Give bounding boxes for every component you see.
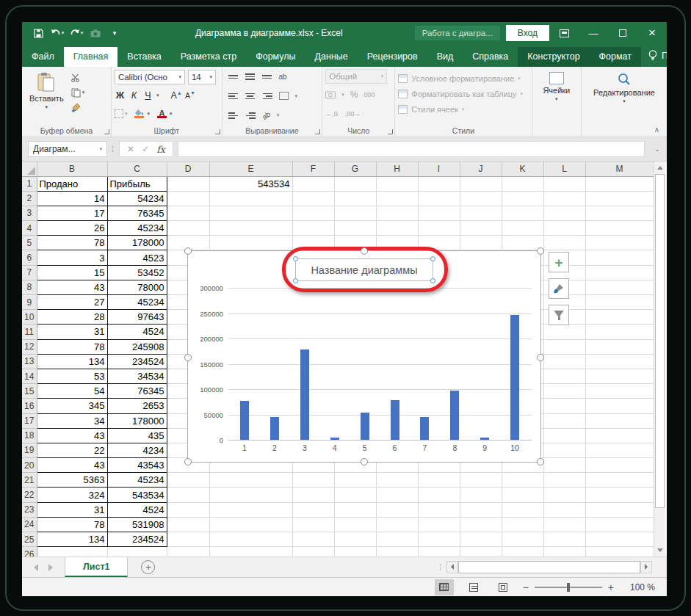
grid-cell-D3[interactable] (167, 206, 209, 220)
grid-cell-F25[interactable] (292, 532, 334, 547)
grid-cell-J2[interactable] (460, 191, 502, 206)
bar-7[interactable] (420, 417, 429, 440)
row-header-19[interactable]: 19 (22, 443, 37, 457)
grid-cell-B26[interactable] (37, 547, 107, 557)
name-box[interactable]: Диаграм... ▾ (28, 141, 107, 157)
grid-cell-M7[interactable] (585, 265, 654, 280)
orientation-button[interactable]: ab (279, 73, 287, 81)
insert-function-icon[interactable]: fx (156, 144, 165, 155)
grid-cell-I5[interactable] (418, 236, 460, 250)
tab-Вставка[interactable]: Вставка (117, 47, 170, 67)
grid-cell-C23[interactable]: 4524 (107, 502, 167, 517)
horizontal-scroll-thumb[interactable] (458, 561, 640, 573)
grid-cell-K24[interactable] (502, 517, 543, 532)
grid-cell-M2[interactable] (585, 191, 654, 206)
grid-cell-C16[interactable]: 2653 (107, 399, 167, 413)
chart-handle-br[interactable] (537, 458, 544, 465)
align-center-button[interactable] (245, 93, 256, 100)
grid-cell-B25[interactable]: 134 (37, 532, 107, 547)
grid-cell-H2[interactable] (376, 191, 418, 206)
normal-view-button[interactable] (435, 579, 454, 595)
grid-cell-G5[interactable] (334, 236, 376, 250)
grid-cell-C13[interactable]: 234524 (107, 354, 167, 369)
row-header-5[interactable]: 5 (22, 236, 37, 250)
grid-cell-B13[interactable]: 134 (37, 354, 107, 369)
grid-cell-K2[interactable] (502, 191, 543, 206)
grid-cell-D22[interactable] (167, 488, 209, 502)
grid-cell-J4[interactable] (460, 221, 502, 236)
column-header-J[interactable]: J (460, 162, 502, 176)
bar-8[interactable] (450, 391, 459, 440)
column-header-E[interactable]: E (209, 162, 292, 176)
chart-styles-button[interactable] (549, 278, 569, 299)
scroll-up-icon[interactable] (655, 162, 665, 173)
grid-cell-M16[interactable] (585, 399, 654, 413)
row-header-21[interactable]: 21 (22, 473, 37, 488)
grid-cell-J21[interactable] (460, 473, 502, 488)
grid-cell-M1[interactable] (585, 176, 654, 191)
tab-Главная[interactable]: Главная (64, 47, 118, 67)
row-header-9[interactable]: 9 (22, 295, 37, 310)
grid-cell-E21[interactable] (209, 473, 292, 488)
grid-cell-M4[interactable] (585, 221, 654, 236)
zoom-slider[interactable] (535, 587, 602, 588)
formula-input[interactable] (178, 141, 645, 157)
chart-handle-bm[interactable] (361, 458, 368, 465)
font-color-dropdown-icon[interactable]: ▾ (170, 111, 173, 117)
column-header-H[interactable]: H (376, 162, 418, 176)
grid-cell-B8[interactable]: 43 (37, 280, 107, 294)
grid-cell-B14[interactable]: 53 (37, 369, 107, 383)
grid-cell-L21[interactable] (543, 473, 585, 488)
formula-bar-expand-icon[interactable]: ⌄ (649, 145, 665, 153)
chart-filters-button[interactable] (549, 305, 569, 325)
column-header-D[interactable]: D (167, 162, 209, 176)
tab-Файл[interactable]: Файл (22, 47, 64, 67)
grid-cell-F4[interactable] (292, 221, 334, 236)
page-break-view-button[interactable] (493, 579, 513, 595)
grid-cell-L16[interactable] (543, 399, 585, 413)
row-header-4[interactable]: 4 (22, 221, 37, 236)
grid-cell-E1[interactable]: 543534 (209, 176, 292, 191)
grid-cell-M15[interactable] (585, 384, 654, 399)
row-header-17[interactable]: 17 (22, 413, 37, 428)
grid-cell-I26[interactable] (418, 547, 460, 557)
grid-cell-C3[interactable]: 76345 (107, 206, 167, 220)
grid-cell-M20[interactable] (585, 458, 654, 473)
grid-cell-M19[interactable] (585, 443, 654, 457)
grid-cell-D21[interactable] (167, 473, 209, 488)
grid-cell-G23[interactable] (334, 502, 376, 517)
chart-elements-button[interactable]: + (549, 252, 569, 272)
row-header-18[interactable]: 18 (22, 428, 37, 443)
cells-button[interactable]: Ячейки ▾ (538, 69, 574, 123)
grid-cell-F1[interactable] (292, 176, 334, 191)
grid-cell-L5[interactable] (543, 236, 585, 250)
grid-cell-G4[interactable] (334, 221, 376, 236)
grid-cell-C26[interactable] (107, 547, 167, 557)
grid-cell-M5[interactable] (585, 236, 654, 250)
column-header-L[interactable]: L (543, 162, 585, 176)
bar-4[interactable] (330, 438, 339, 440)
grid-cell-L26[interactable] (543, 547, 585, 557)
grid-cell-M6[interactable] (585, 250, 654, 265)
grid-cell-I1[interactable] (418, 176, 460, 191)
grid-cell-C17[interactable]: 178000 (107, 413, 167, 428)
grid-cell-M8[interactable] (585, 280, 654, 294)
vertical-scrollbar[interactable] (654, 162, 665, 557)
grid-cell-M9[interactable] (585, 295, 654, 310)
grid-cell-C4[interactable]: 45234 (107, 221, 167, 236)
grid-cell-M13[interactable] (585, 354, 654, 369)
collapse-ribbon-icon[interactable]: ∧ (654, 126, 659, 134)
tab-Рецензиров[interactable]: Рецензиров (358, 47, 427, 67)
tab-Конструктор[interactable]: Конструктор (518, 47, 589, 67)
close-button[interactable]: × (637, 22, 667, 44)
font-color-button[interactable]: А (157, 109, 167, 118)
grid-cell-E5[interactable] (209, 236, 292, 250)
chart-handle-tm[interactable] (361, 247, 368, 255)
grid-cell-K26[interactable] (502, 547, 543, 557)
grid-cell-L3[interactable] (543, 206, 585, 220)
grid-cell-H23[interactable] (376, 502, 418, 517)
row-header-8[interactable]: 8 (22, 280, 37, 294)
underline-dropdown-icon[interactable]: ▾ (156, 93, 159, 98)
fill-color-dropdown-icon[interactable]: ▾ (147, 111, 150, 117)
bold-button[interactable]: Ж (115, 90, 126, 101)
